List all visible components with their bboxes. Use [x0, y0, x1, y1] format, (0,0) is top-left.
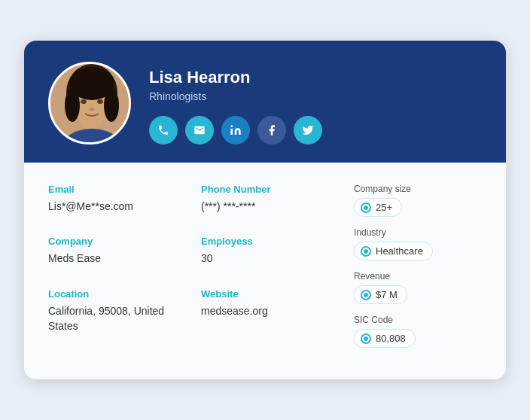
email-value: Lis*@Me**se.com	[48, 199, 183, 215]
badge-dot-icon	[361, 290, 371, 300]
badge-dot-icon	[361, 333, 371, 344]
badge-dot-icon	[361, 202, 371, 213]
phone-label: Phone Number	[201, 184, 336, 195]
avatar-image	[50, 64, 131, 145]
website-label: Website	[201, 288, 336, 300]
profile-name: Lisa Hearron	[149, 68, 482, 87]
phone-icon[interactable]	[149, 116, 178, 145]
profile-card: Lisa Hearron Rhinologists	[24, 41, 506, 379]
company-value: Meds Ease	[48, 251, 183, 266]
email-block: Email Lis*@Me**se.com	[48, 184, 183, 218]
revenue-label: Revenue	[354, 271, 482, 282]
info-grid: Email Lis*@Me**se.com Phone Number (***)…	[48, 184, 336, 355]
company-size-section: Company size 25+	[354, 184, 482, 217]
badge-dot-icon	[361, 246, 371, 257]
avatar	[48, 62, 131, 145]
svg-point-4	[65, 89, 80, 122]
svg-point-12	[230, 125, 233, 127]
industry-label: Industry	[354, 227, 482, 238]
twitter-icon[interactable]	[294, 116, 322, 145]
sic-value: 80,808	[376, 333, 406, 344]
svg-point-5	[104, 89, 119, 122]
profile-title: Rhinologists	[149, 90, 482, 102]
revenue-value: $7 M	[376, 289, 398, 300]
sidebar: Company size 25+ Industry Healthcare Rev…	[354, 184, 482, 355]
email-label: Email	[48, 184, 183, 195]
company-size-value: 25+	[376, 202, 392, 213]
email-icon[interactable]	[185, 116, 214, 145]
sic-section: SIC Code 80,808	[354, 315, 482, 348]
phone-block: Phone Number (***) ***-****	[201, 184, 336, 218]
phone-value: (***) ***-****	[201, 199, 336, 215]
employees-label: Employess	[201, 236, 336, 247]
linkedin-icon[interactable]	[221, 116, 250, 145]
card-header: Lisa Hearron Rhinologists	[24, 41, 506, 163]
sic-badge: 80,808	[354, 329, 416, 348]
svg-point-6	[81, 99, 87, 104]
card-body: Email Lis*@Me**se.com Phone Number (***)…	[24, 163, 506, 379]
facebook-icon[interactable]	[257, 116, 286, 145]
company-block: Company Meds Ease	[48, 236, 183, 269]
employees-value: 30	[201, 251, 336, 266]
company-label: Company	[48, 236, 183, 247]
header-info: Lisa Hearron Rhinologists	[149, 62, 482, 145]
company-size-label: Company size	[354, 184, 482, 194]
svg-point-7	[97, 99, 103, 104]
industry-badge: Healthcare	[354, 242, 433, 260]
website-block: Website medsease.org	[201, 288, 336, 337]
employees-block: Employess 30	[201, 236, 336, 269]
industry-section: Industry Healthcare	[354, 227, 482, 260]
industry-value: Healthcare	[376, 245, 423, 257]
location-value: California, 95008, United States	[48, 304, 183, 333]
location-block: Location California, 95008, United State…	[48, 288, 183, 337]
revenue-badge: $7 M	[354, 285, 407, 304]
company-size-badge: 25+	[354, 198, 402, 217]
website-value: medsease.org	[201, 304, 336, 319]
social-icons	[149, 116, 482, 145]
sic-label: SIC Code	[354, 315, 482, 325]
svg-point-8	[90, 108, 94, 111]
revenue-section: Revenue $7 M	[354, 271, 482, 304]
svg-point-11	[81, 117, 102, 129]
location-label: Location	[48, 288, 183, 300]
